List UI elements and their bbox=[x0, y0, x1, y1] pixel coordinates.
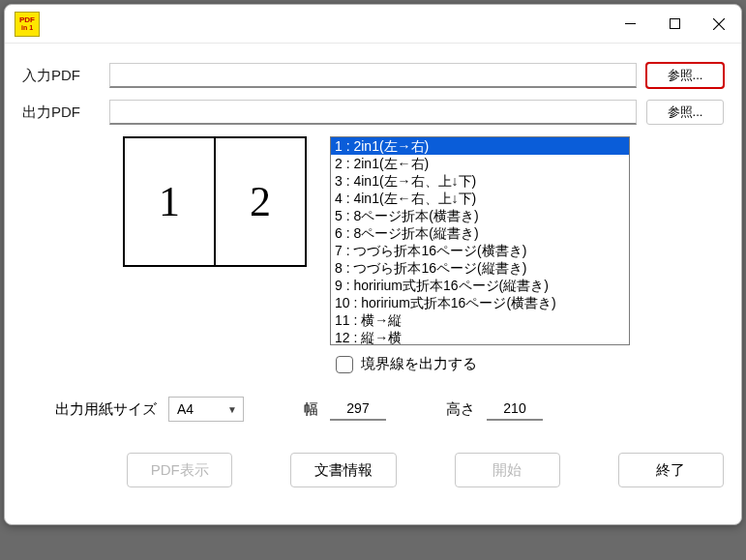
border-checkbox[interactable] bbox=[336, 356, 353, 373]
layout-preview: 1 2 bbox=[123, 136, 307, 267]
layout-option[interactable]: 7 : つづら折本16ページ(横書き) bbox=[331, 242, 629, 259]
layout-option[interactable]: 3 : 4in1(左→右、上↓下) bbox=[331, 172, 629, 190]
layout-option[interactable]: 5 : 8ページ折本(横書き) bbox=[331, 207, 629, 224]
maximize-button[interactable] bbox=[652, 5, 697, 44]
layout-option[interactable]: 4 : 4in1(左←右、上↓下) bbox=[331, 190, 629, 207]
maximize-icon bbox=[670, 18, 680, 29]
mid-section: 1 2 1 : 2in1(左→右)2 : 2in1(左←右)3 : 4in1(左… bbox=[22, 136, 724, 345]
doc-info-button[interactable]: 文書情報 bbox=[290, 453, 396, 487]
output-browse-button[interactable]: 参照... bbox=[646, 100, 724, 125]
app-icon-line1: PDF bbox=[19, 16, 35, 24]
layout-option[interactable]: 12 : 縦→横 bbox=[331, 329, 629, 345]
svg-rect-1 bbox=[670, 19, 679, 29]
paper-size-dropdown[interactable]: A4 ▼ bbox=[168, 397, 244, 422]
border-checkbox-label: 境界線を出力する bbox=[361, 355, 477, 373]
application-window: PDF in 1 入力PDF 参照... 出力PDF 参照... 1 2 bbox=[4, 4, 742, 525]
height-label: 高さ bbox=[446, 400, 475, 419]
layout-option[interactable]: 11 : 横→縦 bbox=[331, 311, 629, 329]
layout-listbox[interactable]: 1 : 2in1(左→右)2 : 2in1(左←右)3 : 4in1(左→右、上… bbox=[330, 136, 630, 345]
paper-size-value: A4 bbox=[177, 401, 194, 417]
layout-option[interactable]: 6 : 8ページ折本(縦書き) bbox=[331, 224, 629, 242]
width-input[interactable] bbox=[330, 398, 386, 421]
output-pdf-label: 出力PDF bbox=[22, 103, 109, 122]
titlebar: PDF in 1 bbox=[5, 5, 741, 44]
input-browse-button[interactable]: 参照... bbox=[646, 63, 724, 88]
border-check-row: 境界線を出力する bbox=[336, 355, 724, 373]
chevron-down-icon: ▼ bbox=[227, 404, 237, 415]
app-icon: PDF in 1 bbox=[15, 12, 40, 37]
paper-size-row: 出力用紙サイズ A4 ▼ 幅 高さ bbox=[22, 397, 724, 422]
app-icon-line2: in 1 bbox=[21, 24, 33, 32]
input-pdf-row: 入力PDF 参照... bbox=[22, 63, 724, 88]
close-button[interactable] bbox=[697, 5, 741, 44]
action-buttons-row: PDF表示 文書情報 開始 終了 bbox=[22, 453, 724, 487]
output-pdf-field[interactable] bbox=[109, 100, 637, 125]
input-pdf-label: 入力PDF bbox=[22, 67, 109, 85]
preview-cell-2: 2 bbox=[216, 138, 305, 265]
layout-option[interactable]: 2 : 2in1(左←右) bbox=[331, 155, 629, 172]
output-pdf-row: 出力PDF 参照... bbox=[22, 100, 724, 125]
client-area: 入力PDF 参照... 出力PDF 参照... 1 2 1 : 2in1(左→右… bbox=[5, 44, 741, 524]
minimize-icon bbox=[625, 18, 636, 29]
paper-size-label: 出力用紙サイズ bbox=[55, 400, 157, 419]
exit-button[interactable]: 終了 bbox=[618, 453, 724, 487]
layout-option[interactable]: 9 : horirium式折本16ページ(縦書き) bbox=[331, 277, 629, 294]
layout-option[interactable]: 8 : つづら折本16ページ(縦書き) bbox=[331, 259, 629, 277]
height-input[interactable] bbox=[487, 398, 543, 421]
layout-option[interactable]: 10 : horirium式折本16ページ(横書き) bbox=[331, 294, 629, 311]
start-button[interactable]: 開始 bbox=[455, 453, 560, 487]
preview-cell-1: 1 bbox=[125, 138, 216, 265]
close-icon bbox=[713, 18, 725, 30]
minimize-button[interactable] bbox=[608, 5, 652, 44]
layout-option[interactable]: 1 : 2in1(左→右) bbox=[331, 137, 629, 155]
pdf-view-button[interactable]: PDF表示 bbox=[127, 453, 232, 487]
input-pdf-field[interactable] bbox=[109, 63, 637, 88]
width-label: 幅 bbox=[304, 400, 318, 419]
